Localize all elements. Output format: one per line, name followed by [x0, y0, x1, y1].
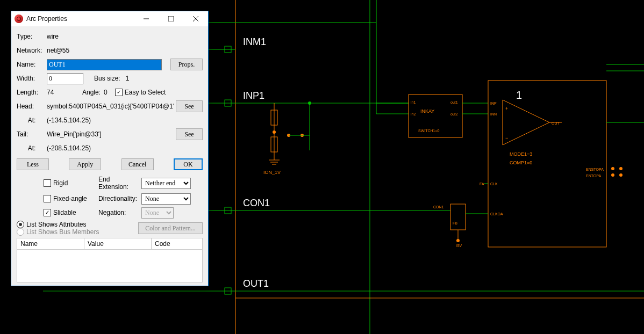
ion-label: ION_1V: [263, 170, 281, 175]
bussize-value: 1: [126, 75, 130, 82]
svg-text:CLKOA: CLKOA: [490, 212, 503, 216]
svg-text:−: −: [505, 135, 508, 141]
net-label-out1: OUT1: [243, 278, 269, 289]
easy-to-select-checkbox[interactable]: ✓Easy to Select: [115, 89, 166, 96]
cancel-button[interactable]: Cancel: [121, 158, 154, 170]
fixed-angle-checkbox[interactable]: Fixed-angle: [44, 195, 98, 202]
svg-point-25: [611, 167, 614, 170]
svg-point-27: [611, 173, 614, 177]
maximize-button[interactable]: [159, 11, 183, 26]
negation-select: None: [141, 207, 174, 219]
network-value: net@55: [47, 47, 69, 54]
svg-text:in2: in2: [411, 112, 416, 116]
color-pattern-button: Color and Pattern...: [138, 222, 203, 234]
head-at-value: (-134.5,104.25): [47, 117, 91, 124]
titlebar[interactable]: Arc Properties: [11, 11, 208, 26]
width-input[interactable]: [47, 73, 83, 84]
svg-point-40: [456, 239, 460, 242]
end-extension-select[interactable]: Neither end: [141, 178, 191, 189]
svg-text:ENTOPA: ENTOPA: [586, 174, 601, 178]
svg-text:+: +: [505, 106, 508, 111]
svg-text:out2: out2: [450, 112, 458, 116]
opamp-title: 1: [516, 89, 522, 101]
slidable-checkbox[interactable]: ✓Slidable: [44, 209, 98, 216]
svg-text:FB: FB: [453, 221, 457, 225]
ok-button[interactable]: OK: [174, 158, 203, 170]
svg-text:ISV: ISV: [456, 244, 462, 248]
svg-rect-43: [168, 16, 174, 21]
arc-properties-dialog: Arc Properties Type:wire Network:net@55 …: [11, 11, 209, 286]
list-bus-radio: List Shows Bus Members: [17, 228, 138, 236]
svg-text:CON1: CON1: [433, 205, 444, 209]
mode-label: MODE1=3: [510, 151, 532, 157]
see-head-button[interactable]: See: [176, 100, 203, 112]
svg-text:in1: in1: [411, 100, 416, 104]
head-value: symbol:5400TP045A_031{ic}['5400TP04@1']: [47, 103, 174, 110]
net-label-con1: CON1: [243, 198, 270, 208]
dialog-title: Arc Properties: [26, 15, 134, 23]
con1-component: [450, 204, 466, 230]
comp-label: COMP1=0: [510, 160, 532, 165]
angle-value: 0: [104, 89, 108, 96]
svg-point-28: [619, 173, 622, 177]
length-value: 74: [47, 89, 79, 96]
tail-at-value: (-208.5,104.25): [47, 144, 91, 152]
svg-text:FA: FA: [480, 182, 484, 186]
inkay-label: INKAY: [420, 108, 434, 114]
name-input[interactable]: [47, 59, 162, 70]
tail-value: Wire_Pin['pin@33']: [47, 130, 174, 138]
rigid-checkbox[interactable]: Rigid: [44, 179, 98, 187]
svg-text:OUT: OUT: [552, 121, 560, 125]
svg-text:INN: INN: [490, 112, 497, 116]
svg-point-26: [619, 167, 622, 170]
apply-button[interactable]: Apply: [69, 158, 101, 170]
list-attributes-radio[interactable]: List Shows Attributes: [17, 221, 138, 228]
minimize-button[interactable]: [134, 11, 159, 26]
svg-text:out1: out1: [450, 100, 458, 104]
less-button[interactable]: Less: [17, 158, 49, 170]
svg-text:INP: INP: [490, 101, 497, 105]
switch-label: SWITCH1=0: [418, 129, 440, 133]
attribute-table-header[interactable]: Name Value Code: [17, 238, 203, 250]
directionality-select[interactable]: None: [141, 193, 191, 205]
app-icon: [15, 14, 23, 23]
see-tail-button[interactable]: See: [176, 128, 203, 140]
svg-point-1: [273, 130, 276, 134]
close-button[interactable]: [183, 11, 208, 26]
opamp-triangle: [503, 100, 549, 145]
svg-text:CLK: CLK: [490, 182, 498, 186]
props-button[interactable]: Props.: [170, 59, 203, 70]
attribute-table-body[interactable]: [17, 250, 203, 282]
net-label-inm1: INM1: [243, 37, 266, 47]
type-value: wire: [47, 33, 59, 40]
svg-text:ENSTOPA: ENSTOPA: [586, 168, 604, 171]
net-label-inp1: INP1: [243, 90, 264, 101]
